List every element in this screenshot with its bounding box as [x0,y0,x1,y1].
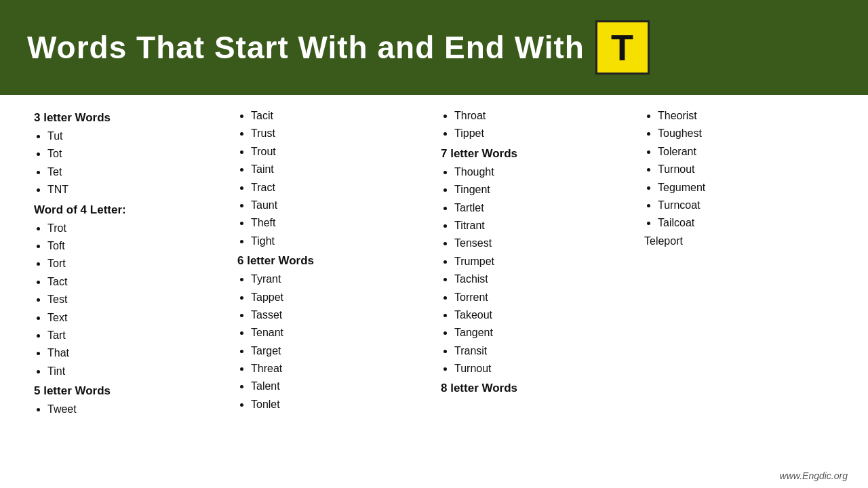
list-5letter-cont: Tacit Trust Trout Taint Tract Taunt Thef… [237,107,434,250]
list-item: Test [47,291,231,308]
standalone-teleport: Teleport [644,235,841,247]
column-3: Throat Tippet 7 letter Words Thought Tin… [441,107,644,481]
list-6letter: Tyrant Tappet Tasset Tenant Target Threa… [237,270,434,413]
list-item: Trout [251,143,434,161]
header-title: Words That Start With and End With T [27,20,650,75]
list-item: Takeout [454,306,637,324]
list-4letter: Trot Toft Tort Tact Test Text Tart That … [34,220,231,381]
list-item: Tangent [454,324,637,342]
t-badge: T [595,20,650,75]
list-item: Tenant [251,324,434,342]
list-item: Tolerant [658,143,841,161]
list-item: Tweet [47,401,231,418]
list-item: Torrent [454,289,637,306]
column-2: Tacit Trust Trout Taint Tract Taunt Thef… [237,107,441,481]
list-item: Tailcoat [658,214,841,232]
list-item: Tacit [251,107,434,125]
list-item: Tegument [658,179,841,197]
list-item: Target [251,342,434,360]
list-3letter: Tut Tot Tet TNT [34,127,231,199]
list-item: That [47,344,231,362]
heading-5letter: 5 letter Words [34,384,231,398]
heading-8letter: 8 letter Words [441,382,637,395]
list-item: Toughest [658,125,841,142]
list-item: Transit [454,342,637,360]
list-item: Tet [47,163,231,181]
list-item: Tyrant [251,270,434,288]
heading-4letter: Word of 4 Letter: [34,203,231,217]
list-item: Toft [47,237,231,255]
list-item: Theorist [658,107,841,125]
list-item: Tight [251,232,434,250]
list-item: Tachist [454,270,637,288]
heading-3letter: 3 letter Words [34,111,231,125]
list-6letter-cont: Throat Tippet [441,107,637,143]
list-5letter: Tweet [34,401,231,418]
list-item: Tingent [454,181,637,199]
list-item: Trot [47,220,231,237]
list-item: Tensest [454,235,637,252]
list-item: Trumpet [454,253,637,270]
heading-6letter: 6 letter Words [237,254,434,268]
list-item: Tint [47,363,231,380]
header-title-text: Words That Start With and End With [27,29,585,66]
list-8letter: Theorist Toughest Tolerant Turnout Tegum… [644,107,841,232]
list-item: Tart [47,327,231,344]
list-item: Throat [454,107,637,125]
list-item: Tippet [454,125,637,142]
list-item: Tasset [251,306,434,324]
list-item: Tact [47,273,231,291]
list-item: Turnout [658,161,841,178]
list-item: Taint [251,161,434,178]
list-item: Tort [47,255,231,272]
list-item: Trust [251,125,434,142]
list-item: Tartlet [454,199,637,217]
list-item: Talent [251,378,434,395]
list-item: TNT [47,181,231,199]
content-area: 3 letter Words Tut Tot Tet TNT Word of 4… [0,95,868,488]
column-4: Theorist Toughest Tolerant Turnout Tegum… [644,107,848,481]
column-1: 3 letter Words Tut Tot Tet TNT Word of 4… [34,107,237,481]
list-item: Tappet [251,289,434,306]
list-item: Tut [47,127,231,145]
list-item: Taunt [251,197,434,214]
list-item: Turncoat [658,197,841,214]
list-item: Text [47,309,231,327]
list-item: Tonlet [251,396,434,413]
list-item: Theft [251,214,434,232]
list-item: Titrant [454,217,637,235]
list-item: Thought [454,163,637,181]
heading-7letter: 7 letter Words [441,147,637,161]
header: Words That Start With and End With T [0,0,868,95]
list-item: Tract [251,179,434,197]
footer-credit: www.Engdic.org [780,470,848,481]
list-item: Turnout [454,360,637,378]
list-item: Threat [251,360,434,378]
list-item: Tot [47,145,231,163]
list-7letter: Thought Tingent Tartlet Titrant Tensest … [441,163,637,378]
